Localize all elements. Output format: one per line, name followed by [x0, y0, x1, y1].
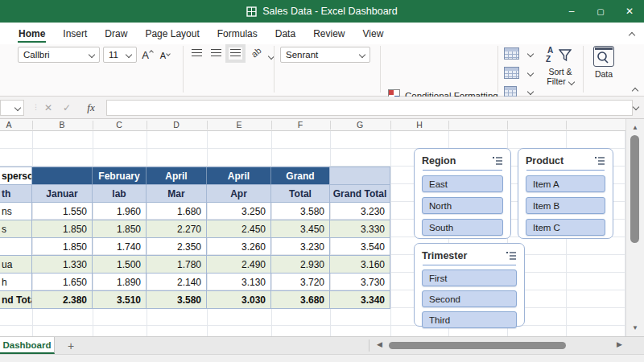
pivot-cell[interactable]: 1.330	[32, 256, 93, 274]
tab-home[interactable]: Home	[10, 24, 54, 43]
tab-view[interactable]: View	[354, 24, 393, 43]
pivot-cell[interactable]: 1.550	[32, 203, 93, 220]
font-size-combo[interactable]: 11	[103, 47, 137, 63]
pivot-cell[interactable]: 3.510	[93, 291, 147, 309]
pivot-row-label[interactable]: ua	[0, 256, 32, 274]
pivot-cell[interactable]: 3.250	[207, 203, 271, 220]
pivot-row-label[interactable]: ns	[0, 203, 32, 220]
chevron-up-icon[interactable]	[629, 32, 635, 39]
sort-filter-button[interactable]: A Z Sort & Filter	[541, 46, 580, 86]
tab-formulas[interactable]: Formulas	[208, 24, 266, 43]
vertical-scroll-thumb[interactable]	[630, 135, 639, 243]
pivot-corner-bottom[interactable]: th	[0, 185, 32, 203]
align-middle-icon[interactable]	[211, 49, 221, 58]
column-header-d[interactable]: D	[164, 120, 188, 130]
tab-data[interactable]: Data	[266, 24, 304, 43]
fill-icon[interactable]	[504, 67, 519, 79]
column-header-g[interactable]: G	[348, 120, 372, 130]
column-header-h[interactable]: H	[407, 120, 431, 130]
chevron-down-icon[interactable]	[527, 51, 534, 57]
slicer-item[interactable]: South	[422, 219, 503, 236]
pivot-header-cell[interactable]	[330, 167, 390, 185]
pivot-cell[interactable]: 3.680	[271, 291, 330, 309]
maximize-button[interactable]: ▢	[586, 0, 615, 23]
cancel-button[interactable]: ✕	[40, 100, 56, 116]
tab-insert[interactable]: Insert	[54, 24, 96, 43]
pivot-grand-total-label[interactable]: nd Total	[0, 291, 32, 309]
multi-select-icon[interactable]	[506, 249, 517, 263]
pivot-header-cell[interactable]: Grand	[271, 167, 330, 185]
pivot-cell[interactable]: 1.960	[93, 203, 147, 220]
worksheet-grid[interactable]: sperson February April April Grand th Ja…	[0, 131, 625, 336]
vertical-scrollbar[interactable]: ▲ ▼	[625, 119, 644, 336]
column-header-a[interactable]: A	[0, 120, 21, 130]
multi-select-icon[interactable]	[594, 154, 605, 168]
pivot-subheader-cell[interactable]: lab	[93, 185, 147, 203]
pivot-cell[interactable]: 1.500	[93, 256, 147, 274]
column-header-e[interactable]: E	[227, 120, 251, 130]
multi-select-icon[interactable]	[492, 154, 503, 168]
pivot-cell[interactable]: 2.270	[147, 220, 207, 238]
pivot-subheader-cell[interactable]: Apr	[207, 185, 271, 203]
horizontal-scroll-thumb[interactable]	[389, 342, 566, 349]
pivot-row-label[interactable]: h	[0, 274, 32, 291]
name-box[interactable]	[0, 100, 24, 116]
pivot-cell[interactable]: 2.490	[207, 256, 271, 274]
slicer-item[interactable]: Third	[422, 311, 517, 328]
slicer-item[interactable]: East	[422, 175, 503, 192]
expand-formula-bar-icon[interactable]	[633, 104, 639, 110]
pivot-cell[interactable]: 1.680	[147, 203, 207, 220]
pivot-header-cell[interactable]: April	[147, 167, 207, 185]
collapse-ribbon-icon[interactable]	[632, 88, 638, 94]
orientation-icon[interactable]: ab	[250, 45, 263, 59]
pivot-cell[interactable]: 3.580	[271, 203, 330, 220]
tab-draw[interactable]: Draw	[96, 24, 136, 43]
pivot-cell[interactable]: 3.720	[271, 274, 330, 291]
add-sheet-button[interactable]: +	[63, 337, 79, 354]
tab-page-layout[interactable]: Page Layout	[136, 24, 208, 43]
pivot-cell[interactable]: 3.160	[330, 256, 390, 274]
slicer-item[interactable]: Item A	[526, 175, 605, 192]
pivot-cell[interactable]: 2.140	[147, 274, 207, 291]
close-button[interactable]: ✕	[615, 0, 644, 23]
chevron-down-icon[interactable]	[527, 88, 534, 95]
tab-review[interactable]: Review	[304, 24, 353, 43]
column-header-b[interactable]: B	[50, 120, 74, 130]
data-queries-button[interactable]: Data	[589, 46, 618, 79]
pivot-cell[interactable]: 1.890	[93, 274, 147, 291]
pivot-cell[interactable]: 2.350	[147, 238, 207, 256]
pivot-cell[interactable]: 3.730	[330, 274, 390, 291]
clear-icon[interactable]	[504, 86, 517, 97]
hscroll-left-icon[interactable]: ◀	[377, 340, 382, 348]
pivot-cell[interactable]: 1.850	[32, 238, 93, 256]
pivot-cell[interactable]: 3.450	[271, 220, 330, 238]
pivot-cell[interactable]: 3.540	[330, 238, 390, 256]
pivot-cell[interactable]: 3.330	[330, 220, 390, 238]
pivot-cell[interactable]: 2.450	[207, 220, 271, 238]
pivot-corner-top[interactable]: sperson	[0, 167, 32, 185]
pivot-cell[interactable]: 3.260	[207, 238, 271, 256]
column-header-f[interactable]: F	[288, 120, 312, 130]
formula-input[interactable]	[106, 100, 633, 116]
pivot-subheader-cell[interactable]: Mar	[147, 185, 207, 203]
pivot-cell[interactable]: 1.740	[93, 238, 147, 256]
pivot-cell[interactable]: 2.930	[271, 256, 330, 274]
pivot-header-cell[interactable]	[32, 167, 93, 185]
number-format-combo[interactable]: Senrant	[280, 47, 370, 63]
slicer-item[interactable]: First	[422, 269, 517, 286]
autosum-icon[interactable]	[504, 47, 519, 60]
sheet-tab-dashboard[interactable]: Dashboard	[0, 337, 55, 354]
slicer-item[interactable]: North	[422, 197, 503, 214]
enter-button[interactable]: ✓	[59, 100, 75, 116]
slicer-item[interactable]: Item B	[526, 197, 605, 214]
slicer-item[interactable]: Second	[422, 290, 517, 307]
pivot-cell[interactable]: 1.780	[147, 256, 207, 274]
grow-font-button[interactable]: A	[140, 47, 155, 63]
align-top-icon[interactable]	[192, 49, 202, 58]
pivot-cell[interactable]: 1.850	[93, 220, 147, 238]
pivot-cell[interactable]: 3.230	[330, 203, 390, 220]
insert-function-button[interactable]: fx	[83, 100, 99, 116]
pivot-header-cell[interactable]: April	[207, 167, 271, 185]
pivot-header-cell[interactable]: February	[93, 167, 147, 185]
pivot-cell[interactable]: 3.340	[330, 291, 390, 309]
